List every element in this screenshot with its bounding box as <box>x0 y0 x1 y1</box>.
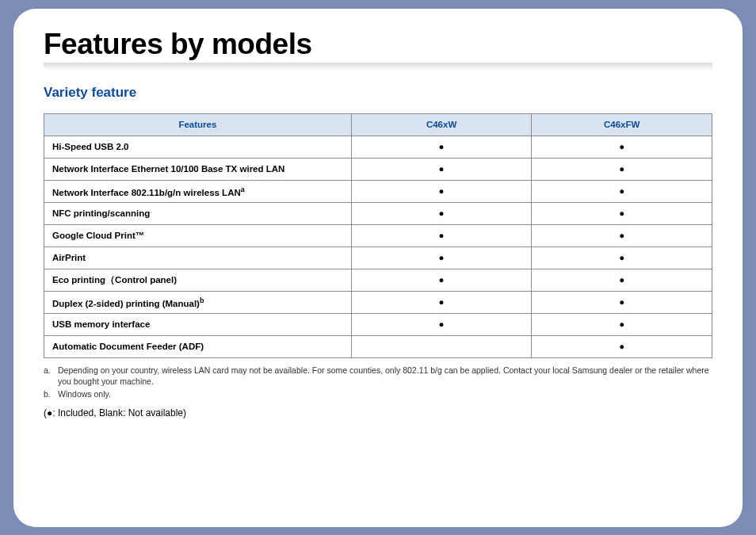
feature-mark-model-2: ● <box>532 269 712 291</box>
table-row: Network Interface Ethernet 10/100 Base T… <box>44 158 712 180</box>
feature-name: Google Cloud Print™ <box>44 224 352 246</box>
footnote-letter: b. <box>44 388 53 399</box>
table-row: Eco printing（Control panel)●● <box>44 269 712 291</box>
feature-mark-model-2: ● <box>532 291 712 313</box>
footnote-text: Depending on your country, wireless LAN … <box>58 365 712 387</box>
footnote-text: Windows only. <box>58 388 111 399</box>
section-title: Variety feature <box>44 85 712 101</box>
feature-mark-model-1: ● <box>351 246 532 269</box>
table-row: NFC printing/scanning●● <box>44 202 712 224</box>
table-row: AirPrint●● <box>44 246 712 269</box>
document-page: Features by models Variety feature Featu… <box>13 9 743 527</box>
feature-mark-model-1: ● <box>351 224 532 246</box>
feature-mark-model-1: ● <box>351 180 532 202</box>
feature-mark-model-2: ● <box>532 224 712 246</box>
feature-name: Hi-Speed USB 2.0 <box>44 136 352 158</box>
table-row: Automatic Document Feeder (ADF)● <box>44 335 712 357</box>
feature-mark-model-2: ● <box>532 335 712 357</box>
table-row: Hi-Speed USB 2.0●● <box>44 136 712 158</box>
header-model-1: C46xW <box>351 113 532 136</box>
feature-mark-model-1: ● <box>351 313 532 335</box>
footnote: a.Depending on your country, wireless LA… <box>44 365 712 387</box>
feature-mark-model-1: ● <box>351 158 532 180</box>
title-divider <box>44 63 712 71</box>
table-header-row: Features C46xW C46xFW <box>44 113 712 136</box>
legend: (●: Included, Blank: Not available) <box>44 407 712 418</box>
feature-mark-model-1: ● <box>351 291 532 313</box>
feature-name: NFC printing/scanning <box>44 202 352 224</box>
feature-name: USB memory interface <box>44 313 352 335</box>
footnotes: a.Depending on your country, wireless LA… <box>44 365 712 400</box>
table-row: Duplex (2-sided) printing (Manual)b●● <box>44 291 712 313</box>
footnote: b.Windows only. <box>44 388 712 399</box>
header-features: Features <box>44 113 352 136</box>
feature-mark-model-1: ● <box>351 269 532 291</box>
feature-mark-model-2: ● <box>532 202 712 224</box>
feature-mark-model-2: ● <box>532 136 712 158</box>
table-row: USB memory interface●● <box>44 313 712 335</box>
feature-mark-model-2: ● <box>532 246 712 269</box>
feature-mark-model-1: ● <box>351 202 532 224</box>
footnote-ref: a <box>241 185 245 193</box>
table-row: Network Interface 802.11b/g/n wireless L… <box>44 180 712 202</box>
feature-name: Automatic Document Feeder (ADF) <box>44 335 352 357</box>
feature-mark-model-2: ● <box>532 313 712 335</box>
feature-mark-model-1 <box>351 335 532 357</box>
footnote-ref: b <box>200 296 204 304</box>
features-table: Features C46xW C46xFW Hi-Speed USB 2.0●●… <box>44 113 712 358</box>
feature-name: AirPrint <box>44 246 352 269</box>
feature-name: Network Interface 802.11b/g/n wireless L… <box>44 180 352 202</box>
header-model-2: C46xFW <box>532 113 712 136</box>
table-row: Google Cloud Print™●● <box>44 224 712 246</box>
footnote-letter: a. <box>44 365 53 387</box>
feature-name: Network Interface Ethernet 10/100 Base T… <box>44 158 352 180</box>
feature-mark-model-1: ● <box>351 136 532 158</box>
feature-name: Duplex (2-sided) printing (Manual)b <box>44 291 352 313</box>
feature-mark-model-2: ● <box>532 158 712 180</box>
feature-name: Eco printing（Control panel) <box>44 269 352 291</box>
feature-mark-model-2: ● <box>532 180 712 202</box>
page-title: Features by models <box>44 28 712 61</box>
